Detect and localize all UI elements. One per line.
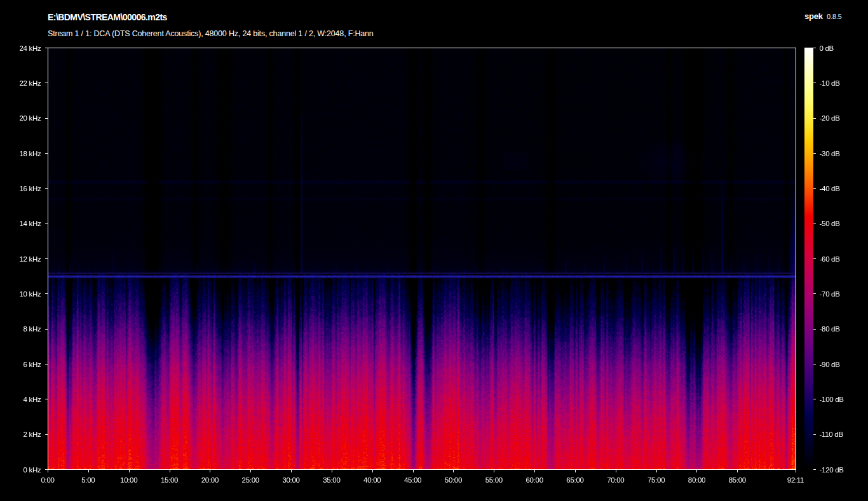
svg-text:20 kHz: 20 kHz <box>20 114 42 122</box>
svg-text:10:00: 10:00 <box>120 476 137 484</box>
svg-text:0 dB: 0 dB <box>820 44 834 52</box>
svg-text:5:00: 5:00 <box>81 476 95 484</box>
svg-text:2 kHz: 2 kHz <box>24 431 41 438</box>
svg-text:25:00: 25:00 <box>242 476 259 484</box>
svg-text:10 kHz: 10 kHz <box>20 290 42 298</box>
svg-text:40:00: 40:00 <box>363 476 381 484</box>
svg-text:-30 dB: -30 dB <box>820 150 841 157</box>
svg-text:-40 dB: -40 dB <box>820 185 841 192</box>
svg-text:-100 dB: -100 dB <box>820 396 844 403</box>
svg-text:55:00: 55:00 <box>485 476 503 484</box>
svg-text:45:00: 45:00 <box>404 476 421 484</box>
svg-text:-90 dB: -90 dB <box>820 361 841 368</box>
svg-text:15:00: 15:00 <box>161 476 178 484</box>
svg-text:35:00: 35:00 <box>323 476 340 484</box>
svg-text:4 kHz: 4 kHz <box>24 396 41 403</box>
svg-text:-10 dB: -10 dB <box>820 79 841 87</box>
svg-text:85:00: 85:00 <box>729 476 746 484</box>
svg-text:16 kHz: 16 kHz <box>20 185 42 192</box>
svg-text:70:00: 70:00 <box>607 476 624 484</box>
svg-text:50:00: 50:00 <box>445 476 462 484</box>
svg-text:22 kHz: 22 kHz <box>20 79 42 87</box>
svg-text:18 kHz: 18 kHz <box>20 150 42 157</box>
svg-text:75:00: 75:00 <box>648 476 665 484</box>
svg-text:6 kHz: 6 kHz <box>24 361 41 368</box>
svg-text:8 kHz: 8 kHz <box>24 325 41 333</box>
svg-text:30:00: 30:00 <box>282 476 299 484</box>
svg-text:80:00: 80:00 <box>688 476 705 484</box>
svg-text:60:00: 60:00 <box>526 476 543 484</box>
svg-text:-60 dB: -60 dB <box>820 255 841 263</box>
svg-text:0:00: 0:00 <box>41 476 54 484</box>
svg-text:-20 dB: -20 dB <box>820 114 841 122</box>
svg-text:-50 dB: -50 dB <box>820 220 841 227</box>
svg-text:-80 dB: -80 dB <box>820 325 841 333</box>
svg-text:65:00: 65:00 <box>566 476 583 484</box>
svg-text:-120 dB: -120 dB <box>820 466 844 474</box>
svg-text:20:00: 20:00 <box>201 476 219 484</box>
svg-text:12 kHz: 12 kHz <box>20 255 42 263</box>
svg-text:-70 dB: -70 dB <box>820 290 841 298</box>
svg-text:92:11: 92:11 <box>787 476 804 484</box>
svg-text:24 kHz: 24 kHz <box>20 44 42 52</box>
svg-text:0 kHz: 0 kHz <box>24 466 41 474</box>
svg-text:-110 dB: -110 dB <box>820 431 844 438</box>
svg-text:14 kHz: 14 kHz <box>20 220 42 227</box>
